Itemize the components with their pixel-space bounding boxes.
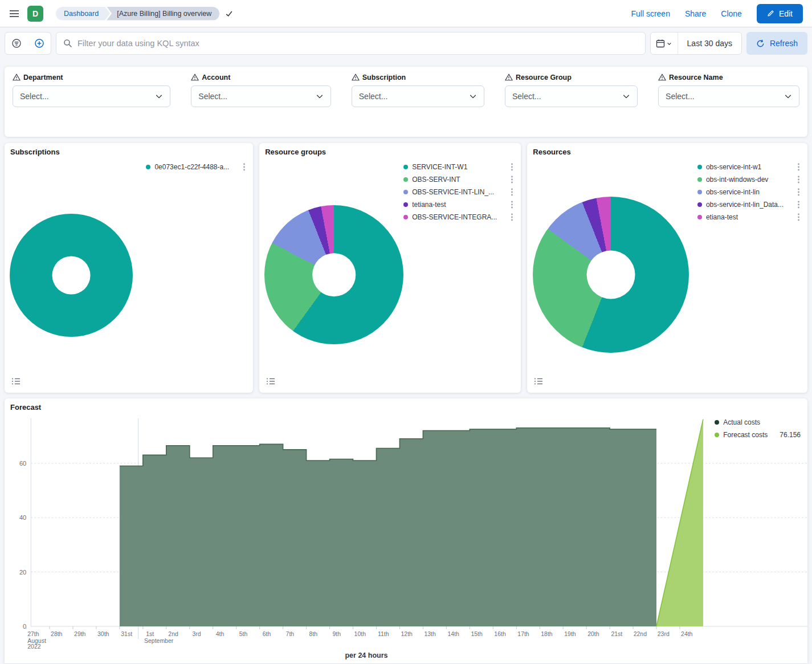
svg-text:20: 20: [19, 569, 26, 576]
svg-text:24th: 24th: [681, 631, 693, 637]
legend-actions-icon[interactable]: [501, 188, 515, 196]
filter-menu-icon[interactable]: [5, 32, 28, 54]
menu-icon[interactable]: [9, 9, 19, 18]
resource-groups-donut-chart[interactable]: [264, 205, 403, 344]
svg-text:13th: 13th: [424, 631, 436, 637]
legend-label[interactable]: OBS-SERVICE-INTEGRA...: [412, 213, 497, 221]
control-label: Resource Name: [669, 74, 723, 82]
legend-item[interactable]: Actual costs: [715, 418, 801, 427]
svg-text:60: 60: [19, 460, 26, 467]
legend-actions-icon[interactable]: [787, 213, 802, 221]
svg-text:September: September: [144, 638, 174, 644]
legend-dot: [403, 177, 408, 182]
legend-dot: [146, 165, 150, 169]
calendar-icon[interactable]: [651, 32, 678, 54]
saved-check-icon: [225, 10, 233, 18]
subscription-select[interactable]: Select...: [352, 85, 484, 107]
legend-label[interactable]: obs-int-windows-dev: [706, 176, 768, 184]
breadcrumb: Dashboard [Azure Billing] Billing overvi…: [56, 7, 233, 21]
legend-actions-icon[interactable]: [501, 176, 515, 184]
pencil-icon: [767, 10, 774, 17]
legend-label[interactable]: etiana-test: [706, 213, 738, 221]
resources-panel: Resources obs-service-int-w1obs-int-wind…: [527, 143, 807, 393]
control-label: Subscription: [362, 74, 406, 82]
legend-item[interactable]: OBS-SERV-INT: [403, 175, 515, 184]
warning-icon: [505, 74, 513, 81]
legend-item[interactable]: obs-int-windows-dev: [697, 175, 802, 184]
legend-label[interactable]: obs-service-int-lin_Data...: [706, 201, 784, 209]
legend-label[interactable]: obs-service-int-lin: [706, 188, 760, 196]
subscriptions-donut-chart[interactable]: [10, 214, 133, 337]
space-logo[interactable]: D: [27, 6, 43, 22]
filter-controls: [5, 32, 51, 55]
panel-legend: obs-service-int-w1obs-int-windows-devobs…: [697, 162, 802, 222]
legend-item[interactable]: 0e073ec1-c22f-4488-a...: [146, 162, 247, 172]
clone-link[interactable]: Clone: [721, 9, 742, 18]
share-link[interactable]: Share: [685, 9, 706, 18]
add-filter-icon[interactable]: [28, 32, 51, 54]
legend-toggle-icon[interactable]: [264, 374, 278, 388]
svg-text:12th: 12th: [401, 631, 413, 637]
time-range-value[interactable]: Last 30 days: [678, 39, 741, 48]
refresh-button[interactable]: Refresh: [746, 32, 807, 55]
legend-dot: [697, 177, 702, 182]
legend-label[interactable]: SERVICE-INT-W1: [412, 163, 467, 171]
legend-actions-icon[interactable]: [501, 213, 515, 221]
panel-legend: 0e073ec1-c22f-4488-a...: [146, 162, 247, 172]
legend-toggle-icon[interactable]: [9, 374, 23, 388]
svg-text:2022: 2022: [27, 643, 40, 650]
svg-text:30th: 30th: [97, 631, 109, 637]
dashboard-controls-panel: Department Select... Account Select... S…: [5, 67, 807, 137]
x-axis-title: per 24 hours: [5, 651, 728, 659]
legend-actions-icon[interactable]: [787, 176, 802, 184]
legend-item[interactable]: Forecast costs76.156: [715, 430, 801, 439]
legend-dot: [697, 165, 702, 169]
legend-label[interactable]: obs-service-int-w1: [706, 163, 761, 171]
resource-group-select[interactable]: Select...: [505, 85, 638, 107]
department-select[interactable]: Select...: [13, 85, 170, 107]
full-screen-link[interactable]: Full screen: [631, 9, 670, 18]
forecast-area-chart[interactable]: 020406027th28th29th30th31st1st2nd3rd4th5…: [5, 414, 807, 653]
svg-text:20th: 20th: [587, 631, 599, 637]
kql-search-input[interactable]: [77, 39, 638, 48]
legend-label[interactable]: 0e073ec1-c22f-4488-a...: [154, 163, 229, 171]
edit-button[interactable]: Edit: [757, 4, 803, 23]
legend-item[interactable]: obs-service-int-lin_Data...: [697, 200, 802, 209]
legend-actions-icon[interactable]: [787, 201, 802, 209]
svg-text:7th: 7th: [286, 631, 295, 637]
legend-dot: [697, 215, 702, 219]
account-select[interactable]: Select...: [191, 85, 330, 107]
legend-item[interactable]: OBS-SERVICE-INTEGRA...: [403, 213, 515, 222]
donut-hole: [312, 253, 356, 296]
legend-item[interactable]: SERVICE-INT-W1: [403, 162, 515, 172]
legend-item[interactable]: OBS-SERVICE-INT-LIN_...: [403, 188, 515, 197]
legend-toggle-icon[interactable]: [532, 374, 545, 388]
legend-actions-icon[interactable]: [501, 163, 515, 171]
legend-item[interactable]: obs-service-int-w1: [697, 162, 802, 172]
date-picker: Last 30 days: [650, 32, 742, 55]
control-label: Resource Group: [516, 74, 572, 82]
legend-actions-icon[interactable]: [501, 201, 515, 209]
resource-name-select[interactable]: Select...: [658, 85, 799, 107]
svg-text:5th: 5th: [239, 631, 248, 637]
forecast-panel: Forecast Actual costsForecast costs76.15…: [5, 398, 807, 663]
donut-hole: [52, 256, 91, 295]
legend-dot: [403, 165, 408, 169]
legend-item[interactable]: tetiana-test: [403, 200, 515, 209]
breadcrumb-dashboard[interactable]: Dashboard: [56, 7, 110, 21]
legend-label[interactable]: OBS-SERV-INT: [412, 176, 460, 184]
legend-actions-icon[interactable]: [787, 188, 802, 196]
legend-label[interactable]: OBS-SERVICE-INT-LIN_...: [412, 188, 494, 196]
select-placeholder: Select...: [512, 92, 541, 101]
select-placeholder: Select...: [198, 92, 227, 101]
legend-label[interactable]: Forecast costs: [723, 431, 768, 439]
legend-label[interactable]: tetiana-test: [412, 201, 446, 209]
legend-actions-icon[interactable]: [233, 163, 247, 171]
legend-actions-icon[interactable]: [787, 163, 802, 171]
legend-dot: [715, 420, 719, 425]
legend-item[interactable]: etiana-test: [697, 213, 802, 222]
panel-title: Subscriptions: [10, 148, 247, 156]
legend-label[interactable]: Actual costs: [723, 418, 760, 426]
resources-donut-chart[interactable]: [533, 197, 689, 353]
legend-item[interactable]: obs-service-int-lin: [697, 188, 802, 197]
